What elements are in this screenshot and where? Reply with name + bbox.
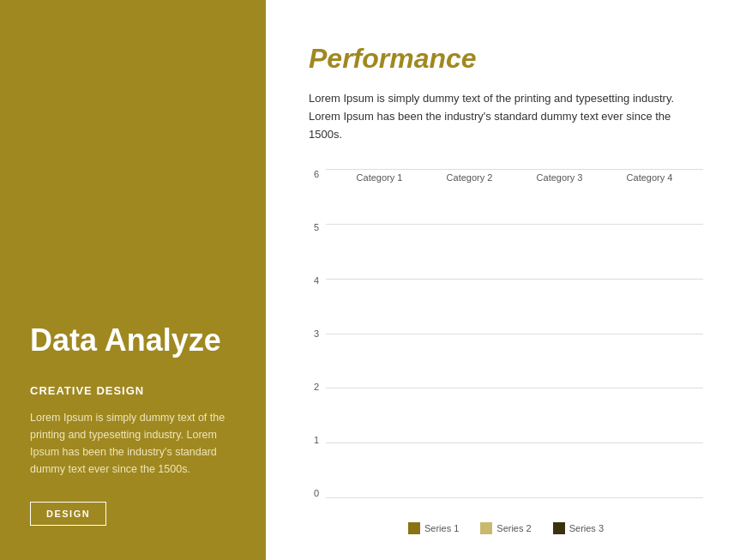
left-description: Lorem Ipsum is simply dummy text of the … (30, 409, 236, 478)
section-label: Creative Design (30, 384, 236, 397)
legend-label: Series 1 (424, 523, 459, 533)
legend-item: Series 1 (408, 522, 459, 534)
y-axis-label: 6 (314, 169, 319, 179)
legend-item: Series 3 (553, 522, 604, 534)
y-axis-label: 4 (314, 275, 319, 286)
page-title: Performance (309, 43, 703, 75)
y-axis-label: 1 (314, 435, 319, 445)
bars-area (326, 169, 703, 498)
legend-item: Series 2 (480, 522, 531, 534)
legend-swatch (408, 522, 420, 534)
legend-label: Series 2 (496, 523, 531, 533)
y-axis-label: 3 (314, 328, 319, 339)
chart-container: 6543210 Category 1Category 2Category 3Ca… (309, 169, 703, 534)
left-panel: Data Analyze Creative Design Lorem Ipsum… (0, 0, 266, 560)
legend-label: Series 3 (569, 523, 604, 533)
y-axis-label: 5 (314, 222, 319, 232)
y-axis: 6543210 (309, 169, 326, 515)
legend: Series 1Series 2Series 3 (309, 522, 703, 534)
y-axis-label: 2 (314, 382, 319, 392)
chart-plot: Category 1Category 2Category 3Category 4 (326, 169, 703, 515)
legend-swatch (480, 522, 492, 534)
page-description: Lorem Ipsum is simply dummy text of the … (309, 90, 686, 143)
chart-area: 6543210 Category 1Category 2Category 3Ca… (309, 169, 703, 515)
right-panel: Performance Lorem Ipsum is simply dummy … (266, 0, 746, 560)
main-title: Data Analyze (30, 322, 236, 358)
design-button[interactable]: Design (30, 502, 106, 526)
legend-swatch (553, 522, 565, 534)
y-axis-label: 0 (314, 488, 319, 498)
